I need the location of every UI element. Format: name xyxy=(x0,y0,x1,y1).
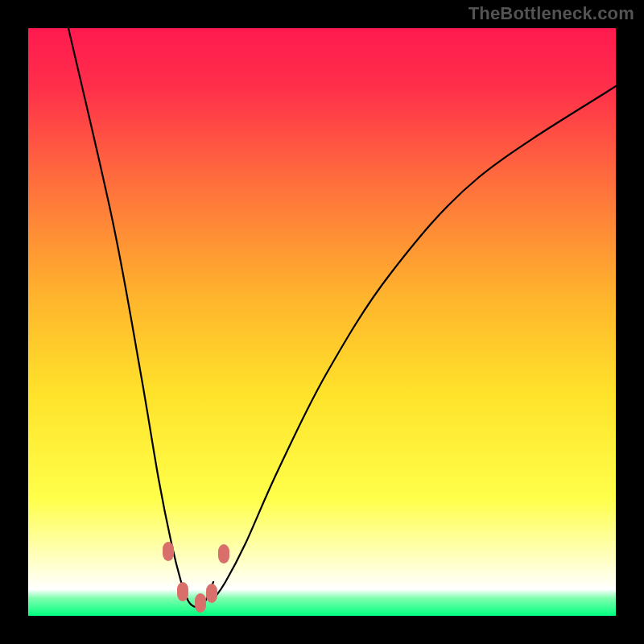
watermark-text: TheBottleneck.com xyxy=(469,3,634,24)
plot-area xyxy=(28,28,616,616)
svg-rect-0 xyxy=(28,28,616,616)
chart-frame: TheBottleneck.com xyxy=(0,0,644,644)
background-gradient xyxy=(28,28,616,616)
